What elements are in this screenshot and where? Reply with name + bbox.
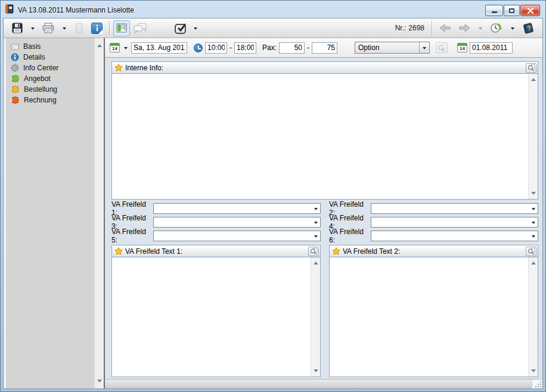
- maximize-button[interactable]: [504, 5, 520, 16]
- scroll-down-icon[interactable]: [314, 369, 318, 375]
- sidebar-item-label: Basis: [23, 42, 41, 51]
- window-frame: Nr.: 2698 ?: [3, 18, 543, 389]
- messages-button: [130, 20, 150, 36]
- window-title: VA 13.08.2011 Mustermann Liselotte: [18, 6, 134, 14]
- record-number-label: Nr.:: [395, 24, 407, 32]
- chevron-down-icon: [532, 235, 535, 239]
- scroll-up-icon[interactable]: [314, 259, 318, 265]
- freifeld-2-combobox[interactable]: [371, 203, 538, 214]
- app-window: VA 13.08.2011 Mustermann Liselotte: [0, 0, 546, 392]
- plan-view-button[interactable]: [113, 20, 130, 36]
- magnifier-icon: [528, 64, 535, 71]
- chevron-down-icon[interactable]: [124, 47, 128, 51]
- sidebar-item-label: Angebot: [24, 74, 51, 83]
- print-icon: [42, 22, 55, 34]
- info-button[interactable]: [88, 20, 106, 36]
- freifeld-6-label: VA Freifeld 6:: [329, 228, 371, 244]
- close-button[interactable]: [520, 5, 540, 16]
- sidebar-item-details[interactable]: Details: [6, 52, 94, 63]
- option-select-button[interactable]: [419, 42, 429, 53]
- scroll-down-icon[interactable]: [531, 192, 536, 197]
- chevron-down-icon: [479, 27, 482, 32]
- date-toolbar: 14 - Pax: - Option: [105, 38, 542, 58]
- star-icon: [114, 64, 123, 71]
- help-button[interactable]: ?: [519, 20, 538, 36]
- pax-to-input[interactable]: [312, 42, 337, 54]
- scroll-down-icon[interactable]: [97, 379, 102, 385]
- option-select-value: Option: [355, 43, 419, 52]
- magnifier-icon: [528, 248, 535, 255]
- form-icon: [11, 43, 19, 51]
- tasks-dropdown-button[interactable]: [189, 20, 201, 36]
- minimize-icon: [492, 11, 497, 13]
- save-button[interactable]: [8, 20, 26, 36]
- scroll-up-icon[interactable]: [97, 42, 102, 47]
- freifeld-text-2-zoom-button[interactable]: [526, 247, 536, 256]
- calendar2-button[interactable]: 14: [457, 43, 467, 52]
- calendar-day-label: 14: [112, 46, 117, 52]
- tasks-button[interactable]: [172, 20, 189, 36]
- freifeld-text-2-textarea[interactable]: [330, 257, 528, 377]
- sidebar-item-label: Info Center: [23, 64, 58, 72]
- time-from-input[interactable]: [205, 42, 227, 54]
- freifeld-text-1-body: [112, 257, 320, 377]
- chevron-down-icon: [532, 222, 535, 226]
- scroll-up-icon[interactable]: [531, 76, 536, 81]
- puzzle-green-icon: [11, 74, 20, 83]
- sidebar-item-rechnung[interactable]: Rechnung: [6, 95, 94, 105]
- record-number: Nr.: 2698: [395, 24, 424, 32]
- magnifier-icon: [310, 248, 318, 255]
- titlebar[interactable]: VA 13.08.2011 Mustermann Liselotte: [1, 1, 545, 18]
- interne-info-textarea[interactable]: [112, 74, 528, 199]
- save-icon: [11, 22, 23, 34]
- calendar-icon: [458, 43, 467, 46]
- sidebar: Basis Details Info Center Angebot: [4, 38, 104, 388]
- minimize-button[interactable]: [485, 5, 503, 16]
- checkmark-icon: [175, 24, 186, 34]
- freifeld-1-combobox[interactable]: [153, 203, 321, 214]
- record-number-value: 2698: [408, 24, 424, 32]
- pax-range-separator: -: [307, 43, 309, 52]
- history-dropdown-button[interactable]: [506, 20, 519, 36]
- interne-info-scrollbar[interactable]: [528, 74, 538, 199]
- scroll-down-icon[interactable]: [531, 369, 536, 375]
- calendar-button[interactable]: 14: [110, 43, 120, 52]
- freifeld-text-row: VA Freifeld Text 1:: [111, 245, 538, 377]
- freifeld-text-1-textarea[interactable]: [112, 257, 311, 377]
- scroll-up-icon[interactable]: [531, 259, 536, 265]
- interne-info-zoom-button[interactable]: [526, 63, 536, 73]
- option-select[interactable]: Option: [355, 42, 430, 54]
- freifeld-text-2-header: VA Freifeld Text 2:: [330, 245, 538, 257]
- sidebar-item-info-center[interactable]: Info Center: [6, 63, 94, 73]
- freifeld-4-combobox[interactable]: [371, 217, 538, 228]
- freifeld-5-combobox[interactable]: [153, 231, 321, 241]
- print-button[interactable]: [39, 20, 58, 36]
- sidebar-item-angebot[interactable]: Angebot: [6, 73, 94, 84]
- print-dropdown-button[interactable]: [58, 20, 70, 36]
- freifeld-3-combobox[interactable]: [153, 217, 321, 228]
- freifeld-text-2-scrollbar[interactable]: [528, 257, 538, 377]
- freifeld-text-1-scrollbar[interactable]: [311, 257, 320, 377]
- event-date-input[interactable]: [131, 42, 187, 54]
- history-button[interactable]: [486, 20, 506, 36]
- interne-info-group: Interne Info:: [111, 61, 538, 200]
- option-date-input[interactable]: [470, 42, 513, 54]
- close-icon: [527, 8, 534, 14]
- freifeld-6-combobox[interactable]: [371, 231, 538, 241]
- save-dropdown-button[interactable]: [26, 20, 39, 36]
- trash-icon: [73, 22, 85, 34]
- freifeld-text-1-zoom-button[interactable]: [308, 247, 319, 256]
- sidebar-scrollbar[interactable]: [94, 38, 104, 388]
- sidebar-item-bestellung[interactable]: Bestellung: [6, 84, 94, 95]
- sidebar-item-basis[interactable]: Basis: [6, 41, 94, 52]
- record-nav-dropdown-button[interactable]: [474, 20, 486, 36]
- pax-from-input[interactable]: [279, 42, 305, 54]
- toolbar-separator: [109, 21, 110, 35]
- clock-refresh-icon: [489, 21, 503, 35]
- star-icon: [114, 247, 123, 255]
- resize-grip-icon[interactable]: [540, 386, 541, 387]
- option-search-button: [436, 42, 448, 53]
- puzzle-orange-icon: [11, 96, 20, 104]
- chat-bubbles-icon: [133, 23, 147, 34]
- time-to-input[interactable]: [234, 42, 256, 54]
